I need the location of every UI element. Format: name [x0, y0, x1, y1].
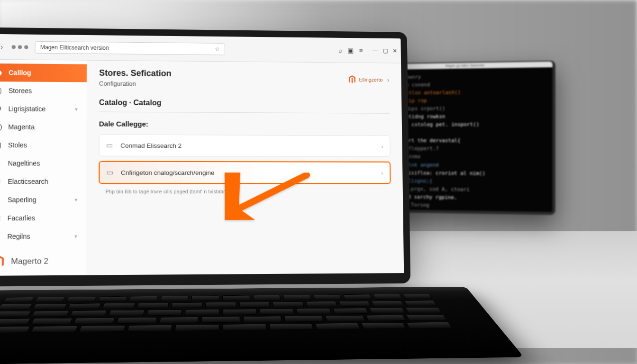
config-row-label: Cnfirigeton cnalog/scarch/engine: [121, 169, 215, 176]
stores-subtitle: Configuration: [99, 80, 172, 88]
brand-label: Ellingzerto: [359, 77, 382, 82]
search-icon[interactable]: ⌕: [338, 46, 342, 54]
document-icon: ▭: [106, 141, 115, 150]
traffic-lights: [12, 45, 28, 49]
sidebar-item-2[interactable]: ⚙Ligrisjstatice▾: [0, 100, 87, 118]
date-heading: Dale Callegge:: [99, 119, 390, 129]
main-laptop: ‹ › Magen Eliticsearch version ☆ ⌕ ▣ ≡ —…: [0, 27, 453, 346]
stores-title: Stores. Sefication: [99, 68, 172, 79]
chevron-down-icon: ▾: [75, 106, 78, 112]
sidebar: ◑Calllog▢Storees⚙Ligrisjstatice▾◯Magenta…: [0, 60, 87, 276]
brand-chevron-icon[interactable]: ›: [387, 76, 390, 84]
brand-badge: Ellingzerto: [348, 75, 382, 84]
close-icon[interactable]: ✕: [392, 47, 397, 54]
sidebar-item-3[interactable]: ◯Magenta: [0, 118, 87, 136]
magento-logo-icon: [0, 255, 5, 268]
config-row-1[interactable]: ▭Cnfirigeton cnalog/scarch/engine›: [99, 161, 391, 184]
notifications-icon: ✎: [0, 159, 2, 167]
sidebar-item-label: Storees: [9, 87, 32, 94]
address-bar[interactable]: Magen Eliticsearch version ☆: [35, 41, 225, 55]
sidebar-item-label: Elacticsearch: [8, 178, 48, 185]
minimize-icon[interactable]: —: [373, 47, 379, 54]
clipboard-icon[interactable]: ▣: [347, 46, 354, 54]
sidebar-item-7[interactable]: ⎘Saperling▾: [0, 191, 86, 209]
search-icon: ✱: [0, 177, 2, 186]
magenta-icon: ◯: [0, 122, 2, 131]
sidebar-item-9[interactable]: ❖Regilns▾: [0, 227, 86, 246]
sidebar-item-label: Calllog: [9, 69, 31, 76]
brand-logo-icon: [348, 75, 356, 84]
sales-icon: ▦: [0, 141, 2, 149]
sidebar-item-label: Ligrisjstatice: [8, 105, 46, 113]
browser-chrome: ‹ › Magen Eliticsearch version ☆ ⌕ ▣ ≡ —…: [0, 34, 401, 64]
document-icon: ▭: [107, 168, 115, 177]
facilities-icon: ⬚: [0, 214, 1, 222]
reports-icon: ⎘: [0, 195, 2, 204]
config-hint-text: Php bin tilb to tagé lnvre cills paged (…: [99, 189, 391, 194]
sidebar-item-0[interactable]: ◑Calllog: [0, 64, 87, 82]
sidebar-item-1[interactable]: ▢Storees: [0, 82, 87, 100]
catalog-icon: ◑: [0, 68, 3, 77]
catalog-heading: Catalog · Catalog: [99, 99, 390, 114]
sidebar-item-label: Magenta: [8, 123, 35, 131]
maximize-icon[interactable]: ▢: [383, 47, 388, 54]
config-row-0[interactable]: ▭Conmad Elissearch 2›: [99, 135, 391, 157]
sidebar-item-8[interactable]: ⬚Facarlies: [0, 209, 86, 227]
address-text: Magen Eliticsearch version: [40, 44, 109, 51]
camera-notch: [168, 31, 225, 36]
bookmark-icon[interactable]: ☆: [215, 46, 220, 52]
sidebar-item-4[interactable]: ▦Stoles: [0, 136, 86, 155]
chevron-right-icon: ›: [381, 143, 383, 150]
main-content: Stores. Sefication Configuration Ellingz…: [86, 61, 404, 275]
sidebar-footer: Magerto 2: [0, 245, 86, 282]
chevron-down-icon: ▾: [74, 233, 77, 239]
forward-icon[interactable]: ›: [0, 41, 5, 52]
regions-icon: ❖: [0, 232, 1, 241]
config-row-label: Conmad Elissearch 2: [120, 142, 182, 149]
sidebar-item-6[interactable]: ✱Elacticsearch: [0, 173, 86, 191]
app-root: ◑Calllog▢Storees⚙Ligrisjstatice▾◯Magenta…: [0, 60, 404, 276]
sidebar-item-label: Nageltines: [8, 159, 40, 167]
laptop-keyboard: [0, 287, 524, 364]
menu-icon[interactable]: ≡: [359, 46, 363, 54]
sidebar-item-5[interactable]: ✎Nageltines: [0, 154, 86, 173]
laptop-screen: ‹ › Magen Eliticsearch version ☆ ⌕ ▣ ≡ —…: [0, 27, 410, 287]
chevron-right-icon: ›: [381, 169, 383, 176]
chevron-down-icon: ▾: [74, 197, 77, 203]
sidebar-footer-text: Magerto 2: [11, 256, 48, 266]
sidebar-item-label: Regilns: [7, 232, 30, 240]
sidebar-item-label: Saperling: [8, 196, 36, 203]
sidebar-item-label: Facarlies: [8, 214, 36, 222]
stores-icon: ▢: [0, 86, 3, 95]
config-icon: ⚙: [0, 104, 2, 113]
sidebar-item-label: Stoles: [8, 141, 27, 149]
